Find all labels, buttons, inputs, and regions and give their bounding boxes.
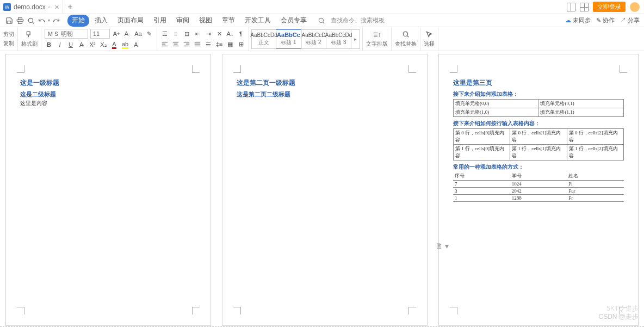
redo-icon[interactable] [51,16,61,26]
style-more[interactable]: ▸ [351,29,360,49]
decrease-indent-icon[interactable]: ⇤ [193,29,202,38]
character-border-icon[interactable]: A [132,40,140,49]
font-name-select[interactable]: ＭＳ 明朝 [45,29,88,39]
text-arrange-icon: ≣↕ [373,30,381,39]
shading-icon[interactable]: ▦ [226,40,234,48]
tab-member[interactable]: 会员专享 [276,15,311,27]
style-h2[interactable]: AaBbCcD标题 2 [301,29,326,49]
layout-grid-icon[interactable] [580,3,589,11]
style-h1[interactable]: AaBbCc标题 1 [276,29,301,49]
tab-reference[interactable]: 引用 [149,15,171,27]
svg-point-2 [28,18,33,22]
distribute-icon[interactable]: ☰ [204,40,213,48]
search-icon[interactable] [317,16,326,26]
superscript-icon[interactable]: X² [88,40,97,49]
tabs-icon[interactable]: ✕ [215,29,224,38]
paragraph-group: ☰ ≡ ⊟ ⇤ ⇥ ✕ A↓ ¶ ☰ ‡≡ ▦ ⊞ [157,27,249,51]
align-left-icon[interactable] [160,40,169,48]
style-h3[interactable]: AaBbCcDd标题 3 [326,29,351,49]
tab-review[interactable]: 审阅 [172,15,194,27]
font-size-select[interactable]: 11 [90,29,110,39]
increase-indent-icon[interactable]: ⇥ [204,29,213,38]
save-icon[interactable] [4,16,14,26]
sort-icon[interactable]: A↓ [226,29,234,38]
number-list-icon[interactable]: ≡ [171,29,180,38]
p2-h1: 这是第二页一级标题 [237,78,413,88]
underline-icon[interactable]: U [66,40,75,49]
p2-h2: 这是第二页二级标题 [237,90,413,98]
highlight-icon[interactable]: ab [121,40,129,49]
brush-icon[interactable] [25,30,34,39]
page-1[interactable]: 这是一级标题 这是二级标题 这里是内容 [5,54,211,326]
tab-layout[interactable]: 页面布局 [113,15,148,27]
tab-start[interactable]: 开始 [67,15,89,27]
tab-menu-icon[interactable]: ▫ [48,4,51,10]
search-placeholder[interactable]: 查找命令、搜索模板 [331,16,385,24]
p3-sec3: 常用的一种添加表格的方式： [453,163,624,171]
text-arrange-group[interactable]: ≣↕ 文字排版 [363,27,392,51]
document-name: demo.docx [14,3,46,11]
tab-view[interactable]: 视图 [195,15,216,27]
p3-table3: 序号学号姓名 71024Pi 32042Fur 11288Fr [453,172,624,202]
undo-dropdown-icon[interactable]: ▾ [48,18,50,23]
find-replace-group[interactable]: 查找替换 [392,27,420,51]
watermark-2: CSDN @走步 [598,312,639,322]
multilevel-list-icon[interactable]: ⊟ [182,29,191,38]
change-case-icon[interactable]: Aa [134,29,143,38]
copy-label[interactable]: 复制 [3,40,14,47]
cloud-sync[interactable]: ☁ 未同步 [565,16,591,24]
paragraph-mark-icon[interactable]: ¶ [237,29,245,38]
justify-icon[interactable] [193,40,202,48]
line-spacing-icon[interactable]: ‡≡ [215,40,224,48]
new-tab-button[interactable]: + [63,0,77,14]
grow-font-icon[interactable]: A+ [112,29,121,38]
p1-body: 这里是内容 [20,100,196,107]
style-normal[interactable]: AaBbCcDd正文 [251,29,276,49]
italic-icon[interactable]: I [55,40,64,49]
font-color-icon[interactable]: A [110,40,119,49]
document-tab[interactable]: W demo.docx ▫ × [0,0,63,14]
share-button[interactable]: ↗ 分享 [620,16,640,24]
styles-group: AaBbCcDd正文 AaBbCc标题 1 AaBbCcD标题 2 AaBbCc… [249,27,363,51]
subscript-icon[interactable]: X₂ [99,40,108,49]
shrink-font-icon[interactable]: A- [123,29,132,38]
tab-insert[interactable]: 插入 [90,15,112,27]
login-button[interactable]: 立即登录 [593,2,626,12]
format-brush-group[interactable]: 格式刷 [18,27,41,51]
undo-icon[interactable] [37,16,47,26]
align-right-icon[interactable] [182,40,191,48]
bold-icon[interactable]: B [45,40,53,49]
align-center-icon[interactable] [171,40,180,48]
layout-1-icon[interactable] [567,3,575,11]
cursor-icon [425,30,434,39]
preview-icon[interactable] [26,16,36,26]
select-group[interactable]: 选择 [420,27,438,51]
svg-point-16 [403,32,407,36]
p3-table1: 填充单元格(0,0)填充单元格(0,1) 填充单元格(1,0)填充单元格(1,1… [453,99,624,117]
close-tab-icon[interactable]: × [55,3,59,11]
page-3[interactable]: 这里是第三页 接下来介绍如何添加表格： 填充单元格(0,0)填充单元格(0,1)… [438,54,639,326]
bullet-list-icon[interactable]: ☰ [160,29,169,38]
page-2[interactable]: 这是第二页一级标题 这是第二页二级标题 [222,54,428,326]
side-page-indicator[interactable]: 🗎 ▾ [435,242,449,250]
clear-format-icon[interactable]: ✎ [145,29,153,38]
avatar-icon[interactable] [630,2,640,12]
cut-label[interactable]: 剪切 [3,30,14,38]
p3-h1: 这里是第三页 [453,78,624,88]
p3-sec2: 接下来介绍如何按行输入表格内容： [453,120,624,127]
collab-button[interactable]: ✎ 协作 [596,16,615,24]
svg-point-3 [319,18,323,22]
tab-devtools[interactable]: 开发工具 [240,15,275,27]
p1-h1: 这是一级标题 [20,78,196,88]
document-canvas[interactable]: 这是一级标题 这是二级标题 这里是内容 这是第二页一级标题 这是第二页二级标题 … [0,51,644,327]
ribbon: 剪切 复制 格式刷 ＭＳ 明朝 11 A+ A- Aa ✎ B I U A̶ X… [0,27,644,51]
tab-chapter[interactable]: 章节 [218,15,239,27]
borders-icon[interactable]: ⊞ [237,40,245,48]
svg-rect-1 [18,21,22,23]
p3-sec1: 接下来介绍如何添加表格： [453,90,624,98]
strike-icon[interactable]: A̶ [77,40,86,49]
title-bar: W demo.docx ▫ × + 立即登录 [0,0,644,14]
print-icon[interactable] [15,16,25,26]
clipboard-group: 剪切 复制 [0,27,18,51]
p3-table2: 第 0 行，cells[0]填充内容第 0 行，cells[1]填充内容第 0 … [453,128,624,161]
